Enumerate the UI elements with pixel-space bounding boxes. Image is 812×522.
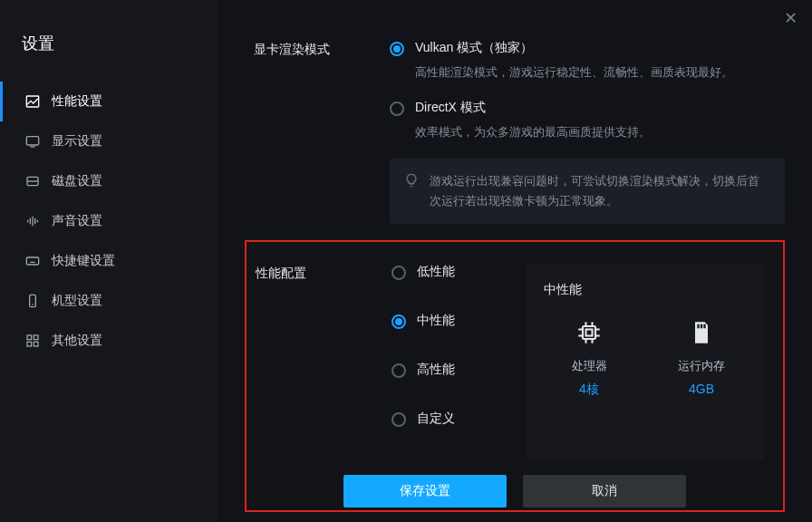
radio-icon bbox=[390, 102, 404, 116]
radio-icon bbox=[392, 363, 406, 378]
svg-rect-22 bbox=[583, 326, 595, 339]
svg-rect-0 bbox=[26, 96, 38, 107]
sidebar-item-other[interactable]: 其他设置 bbox=[0, 321, 218, 361]
sidebar-item-label: 声音设置 bbox=[52, 213, 102, 229]
cancel-button[interactable]: 取消 bbox=[523, 475, 686, 508]
radio-title: Vulkan 模式（独家） bbox=[415, 40, 733, 56]
render-tip: 游戏运行出现兼容问题时，可尝试切换渲染模式解决，切换后首次运行若出现轻微卡顿为正… bbox=[390, 159, 785, 224]
phone-icon bbox=[24, 293, 41, 309]
render-option-directx[interactable]: DirectX 模式 效率模式，为众多游戏的最高画质提供支持。 bbox=[390, 100, 785, 152]
disk-icon bbox=[24, 173, 41, 189]
chart-icon bbox=[24, 93, 41, 110]
radio-title: 中性能 bbox=[417, 313, 455, 329]
keyboard-icon bbox=[24, 253, 41, 269]
radio-title: DirectX 模式 bbox=[415, 100, 651, 116]
sound-icon bbox=[24, 213, 41, 229]
sidebar-item-display[interactable]: 显示设置 bbox=[0, 121, 218, 161]
stat-value: 4GB bbox=[689, 382, 714, 396]
stat-value: 4核 bbox=[579, 382, 599, 398]
radio-icon bbox=[392, 412, 406, 427]
radio-title: 高性能 bbox=[417, 362, 455, 378]
performance-card: 中性能 处理器 4核 运行内存 4GB bbox=[526, 264, 765, 459]
perf-option-custom[interactable]: 自定义 bbox=[392, 411, 518, 434]
cpu-icon bbox=[576, 320, 602, 345]
settings-title: 设置 bbox=[0, 0, 218, 82]
sidebar-item-model[interactable]: 机型设置 bbox=[0, 281, 218, 321]
sidebar-item-label: 其他设置 bbox=[52, 333, 102, 349]
render-option-vulkan[interactable]: Vulkan 模式（独家） 高性能渲染模式，游戏运行稳定性、流畅性、画质表现最好… bbox=[390, 40, 785, 92]
perf-stat-ram: 运行内存 4GB bbox=[656, 320, 747, 398]
performance-label: 性能配置 bbox=[256, 264, 392, 459]
perf-card-title: 中性能 bbox=[544, 282, 747, 298]
sidebar-item-disk[interactable]: 磁盘设置 bbox=[0, 161, 218, 201]
lightbulb-icon bbox=[404, 173, 419, 188]
radio-title: 低性能 bbox=[417, 264, 455, 280]
svg-rect-20 bbox=[27, 342, 32, 346]
radio-title: 自定义 bbox=[417, 411, 455, 427]
close-button[interactable]: ✕ bbox=[779, 7, 801, 29]
svg-rect-19 bbox=[34, 335, 38, 340]
monitor-icon bbox=[24, 133, 41, 150]
sidebar-item-label: 机型设置 bbox=[52, 293, 102, 309]
sdcard-icon bbox=[689, 320, 714, 345]
save-button[interactable]: 保存设置 bbox=[343, 475, 507, 508]
perf-option-medium[interactable]: 中性能 bbox=[392, 313, 518, 336]
sidebar-item-label: 磁盘设置 bbox=[52, 173, 102, 189]
svg-rect-10 bbox=[26, 257, 38, 265]
radio-icon bbox=[392, 314, 406, 329]
tip-text: 游戏运行出现兼容问题时，可尝试切换渲染模式解决，切换后首次运行若出现轻微卡顿为正… bbox=[430, 171, 770, 211]
radio-icon bbox=[392, 266, 406, 280]
sidebar-item-sound[interactable]: 声音设置 bbox=[0, 201, 218, 241]
radio-desc: 效率模式，为众多游戏的最高画质提供支持。 bbox=[415, 123, 651, 141]
svg-rect-23 bbox=[586, 330, 593, 336]
radio-desc: 高性能渲染模式，游戏运行稳定性、流畅性、画质表现最好。 bbox=[415, 63, 733, 82]
sidebar-item-label: 显示设置 bbox=[52, 133, 102, 150]
render-mode-label: 显卡渲染模式 bbox=[254, 40, 390, 224]
grid-icon bbox=[24, 333, 41, 349]
sidebar-item-shortcut[interactable]: 快捷键设置 bbox=[0, 241, 218, 281]
svg-rect-21 bbox=[34, 342, 38, 346]
stat-label: 运行内存 bbox=[678, 358, 725, 374]
sidebar-nav: 性能设置 显示设置 磁盘设置 声音设置 快捷键设置 机型设置 其他设置 bbox=[0, 82, 218, 361]
perf-option-high[interactable]: 高性能 bbox=[392, 362, 518, 385]
sidebar-item-performance[interactable]: 性能设置 bbox=[0, 82, 218, 121]
sidebar-item-label: 性能设置 bbox=[52, 93, 102, 110]
svg-rect-1 bbox=[26, 137, 38, 145]
perf-option-low[interactable]: 低性能 bbox=[392, 264, 518, 287]
perf-stat-cpu: 处理器 4核 bbox=[544, 320, 634, 398]
svg-rect-18 bbox=[27, 335, 32, 340]
sidebar-item-label: 快捷键设置 bbox=[52, 253, 115, 269]
radio-icon bbox=[390, 42, 404, 56]
stat-label: 处理器 bbox=[572, 358, 607, 374]
close-icon: ✕ bbox=[784, 8, 798, 28]
performance-highlight-box: 性能配置 低性能 中性能 高性能 自定义 中性能 bbox=[245, 240, 785, 512]
